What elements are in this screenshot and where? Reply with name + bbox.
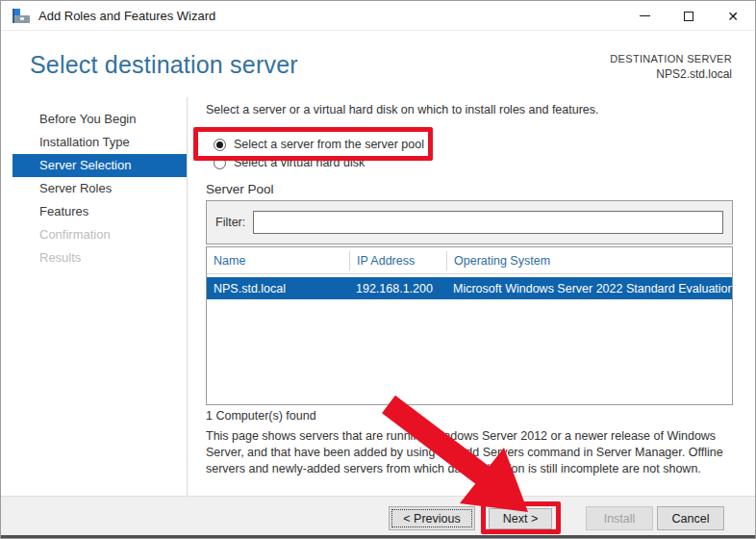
destination-server-name: NPS2.std.local <box>610 67 732 81</box>
destination-block: DESTINATION SERVER NPS2.std.local <box>610 53 732 81</box>
column-header-operating-system[interactable]: Operating System <box>446 251 732 270</box>
title-bar: Add Roles and Features Wizard ✕ <box>1 1 755 31</box>
sidebar-item-server-roles[interactable]: Server Roles <box>13 177 187 200</box>
minimize-icon <box>640 15 650 16</box>
sidebar-item-confirmation: Confirmation <box>13 223 187 246</box>
maximize-icon <box>684 12 693 21</box>
cancel-button[interactable]: Cancel <box>657 506 724 530</box>
radio-server-pool[interactable]: Select a server from the server pool <box>214 138 424 151</box>
radio-virtual-hard-disk[interactable]: Select a virtual hard disk <box>214 156 365 169</box>
server-ip-cell: 192.168.1.200 <box>349 282 446 295</box>
server-os-cell: Microsoft Windows Server 2022 Standard E… <box>446 282 732 295</box>
wizard-window: Add Roles and Features Wizard ✕ Select d… <box>0 0 756 539</box>
close-button[interactable]: ✕ <box>711 1 755 31</box>
filter-panel: Filter: <box>206 200 733 244</box>
sidebar-divider <box>187 97 188 496</box>
sidebar-item-server-selection[interactable]: Server Selection <box>13 154 187 177</box>
server-pool-table: Name IP Address Operating System NPS.std… <box>206 246 733 405</box>
sidebar-item-features[interactable]: Features <box>13 200 187 223</box>
page-title: Select destination server <box>30 51 298 79</box>
table-header-row: Name IP Address Operating System <box>207 247 732 274</box>
filter-input[interactable] <box>253 211 723 234</box>
destination-label: DESTINATION SERVER <box>610 53 732 64</box>
window-bottom-edge <box>1 535 755 538</box>
server-name-cell: NPS.std.local <box>207 282 349 295</box>
wizard-app-icon <box>13 9 30 23</box>
sidebar-item-installation-type[interactable]: Installation Type <box>13 131 187 154</box>
window-title: Add Roles and Features Wizard <box>38 9 215 23</box>
radio-virtual-hard-disk-label: Select a virtual hard disk <box>234 156 365 169</box>
install-button: Install <box>586 506 653 530</box>
maximize-button[interactable] <box>667 1 711 31</box>
radio-server-pool-icon[interactable] <box>214 139 226 151</box>
previous-button[interactable]: < Previous <box>389 506 475 530</box>
next-button[interactable]: Next > <box>489 508 552 529</box>
radio-virtual-hard-disk-icon[interactable] <box>214 157 226 169</box>
column-header-name[interactable]: Name <box>207 251 349 270</box>
minimize-button[interactable] <box>622 1 667 31</box>
close-icon: ✕ <box>727 9 739 24</box>
window-controls: ✕ <box>622 1 755 31</box>
computer-count-text: 1 Computer(s) found <box>206 409 316 423</box>
sidebar-item-results: Results <box>13 246 187 270</box>
server-pool-heading: Server Pool <box>206 182 274 196</box>
page-description: This page shows servers that are running… <box>206 428 741 477</box>
wizard-steps-sidebar: Before You Begin Installation Type Serve… <box>1 108 187 270</box>
table-row[interactable]: NPS.std.local 192.168.1.200 Microsoft Wi… <box>207 277 732 299</box>
column-header-ip-address[interactable]: IP Address <box>349 251 446 270</box>
intro-text: Select a server or a virtual hard disk o… <box>206 103 599 116</box>
sidebar-item-before-you-begin[interactable]: Before You Begin <box>13 108 187 131</box>
filter-label: Filter: <box>215 216 245 229</box>
radio-server-pool-label: Select a server from the server pool <box>234 138 424 151</box>
